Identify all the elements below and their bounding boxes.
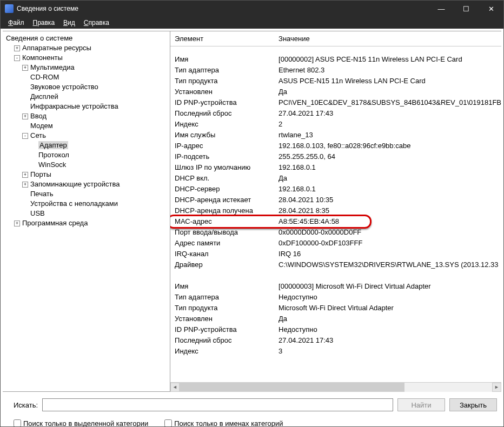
table-row[interactable]: Тип адаптераEthernet 802.3 [170,65,501,76]
table-row[interactable]: DHCP-аренда истекает28.04.2021 10:35 [170,195,501,205]
tree-cdrom[interactable]: CD-ROM [22,72,169,82]
cell-element: Имя [175,54,278,65]
tree-multimedia[interactable]: +Мультимедиа [22,63,169,72]
expand-icon[interactable]: + [22,182,28,188]
table-row[interactable]: Последний сброс27.04.2021 17:43 [170,335,501,346]
table-row[interactable]: IRQ-каналIRQ 16 [170,249,501,259]
scroll-right-icon[interactable]: ► [492,383,501,392]
table-row[interactable]: Имя[00000002] ASUS PCE-N15 11n Wireless … [170,54,501,65]
menu-help[interactable]: Справка [79,18,114,28]
cell-value: Да [278,86,501,97]
table-row[interactable]: Имя[00000003] Microsoft Wi-Fi Direct Vir… [170,281,501,292]
tree-root[interactable]: Сведения о системе +Аппаратные ресурсы -… [6,34,169,228]
tree-hardware-resources[interactable]: +Аппаратные ресурсы [14,43,169,53]
expand-icon[interactable]: + [22,172,28,178]
table-row[interactable]: Индекс2 [170,119,501,130]
maximize-button[interactable]: ☐ [454,1,479,17]
tree-winsock[interactable]: WinSock [30,160,169,170]
tree-print[interactable]: Печать [22,189,169,199]
table-row[interactable]: УстановленДа [170,86,501,97]
tree-adapter[interactable]: Адаптер [30,141,169,150]
grid-body[interactable]: Имя[00000002] ASUS PCE-N15 11n Wireless … [170,46,501,382]
table-row[interactable]: Индекс3 [170,346,501,357]
search-in-selected-category[interactable]: Поиск только в выделенной категории [14,419,148,428]
tree-network[interactable]: -Сеть Адаптер Протокол WinSock [22,131,169,170]
table-row[interactable]: ID PNP-устройстваНедоступно [170,324,501,335]
cell-element: IP-адрес [175,141,278,151]
expand-icon[interactable]: + [22,114,28,119]
cell-element: Установлен [175,86,278,97]
table-row[interactable]: УстановленДа [170,313,501,324]
cell-element: DHCP-аренда получена [175,205,278,216]
table-row[interactable]: ДрайверC:\WINDOWS\SYSTEM32\DRIVERS\RTWLA… [170,259,501,270]
expand-icon[interactable]: + [14,221,20,226]
table-row[interactable]: DHCP вкл.Да [170,173,501,184]
tree-ports[interactable]: +Порты [22,170,169,179]
table-row[interactable]: DHCP-сервер192.168.0.1 [170,184,501,195]
tree-problem[interactable]: Устройства с неполадками [22,199,169,209]
tree-protocol[interactable]: Протокол [30,150,169,160]
cell-value: 0xDF100000-0xDF103FFF [278,238,501,249]
cell-element: IRQ-канал [175,249,278,259]
cell-value: A8:5E:45:EB:4A:58 [278,216,501,227]
cell-value: [00000003] Microsoft Wi-Fi Direct Virtua… [278,281,501,292]
tree-modem[interactable]: Модем [22,121,169,131]
menu-file[interactable]: Файл [4,18,29,28]
close-button[interactable]: ✕ [479,1,503,17]
table-row[interactable]: IP-адрес192.168.0.103, fe80::a028:96cf:e… [170,141,501,151]
menu-edit[interactable]: Правка [29,18,59,28]
expand-icon[interactable]: + [22,65,28,71]
col-value[interactable]: Значение [274,31,314,46]
table-row[interactable]: Последний сброс27.04.2021 17:43 [170,108,501,119]
cell-element: Порт ввода/вывода [175,227,278,238]
cell-element: Шлюз IP по умолчанию [175,162,278,173]
tree-storage[interactable]: +Запоминающие устройства [22,179,169,189]
collapse-icon[interactable]: - [22,133,28,139]
cell-value: 255.255.255.0, 64 [278,151,501,162]
scroll-left-icon[interactable]: ◄ [170,383,180,392]
close-search-button[interactable]: Закрыть [449,398,497,411]
tree-usb[interactable]: USB [22,209,169,218]
table-row[interactable]: МАС-адресA8:5E:45:EB:4A:58 [170,216,501,227]
col-element[interactable]: Элемент [170,31,274,46]
table-row[interactable]: Адрес памяти0xDF100000-0xDF103FFF [170,238,501,249]
cell-element: Установлен [175,313,278,324]
search-in-category-names[interactable]: Поиск только в именах категорий [164,419,283,428]
menu-view[interactable]: Вид [59,18,79,28]
expand-icon[interactable]: + [14,45,20,51]
table-row[interactable]: Шлюз IP по умолчанию192.168.0.1 [170,162,501,173]
cell-element: Тип адаптера [175,292,278,303]
table-row[interactable]: Тип продуктаASUS PCE-N15 11n Wireless LA… [170,76,501,86]
search-input[interactable] [42,398,393,411]
tree-display[interactable]: Дисплей [22,92,169,102]
cell-value: IRQ 16 [278,249,501,259]
search-in-selected-checkbox[interactable] [14,419,21,427]
tree-components[interactable]: -Компоненты +Мультимедиа CD-ROM Звуковое… [14,53,169,218]
table-row[interactable]: Тип продуктаMicrosoft Wi-Fi Direct Virtu… [170,303,501,313]
collapse-icon[interactable]: - [14,55,20,61]
cell-value: Недоступно [278,324,501,335]
find-button[interactable]: Найти [397,398,445,411]
tree-sound[interactable]: Звуковое устройство [22,82,169,92]
search-options: Поиск только в выделенной категории Поис… [1,416,503,427]
cell-value: rtwlane_13 [278,130,501,141]
search-in-names-checkbox[interactable] [164,419,172,427]
table-row[interactable]: IP-подсеть255.255.255.0, 64 [170,151,501,162]
tree-input[interactable]: +Ввод [22,111,169,121]
cell-value: PCI\VEN_10EC&DEV_8178&SUBSYS_84B61043&RE… [278,97,501,108]
cell-element: DHCP вкл. [175,173,278,184]
minimize-button[interactable]: — [429,1,454,17]
table-row[interactable]: Порт ввода/вывода0x0000D000-0x0000D0FF [170,227,501,238]
cell-element: Тип продукта [175,303,278,313]
category-tree[interactable]: Сведения о системе +Аппаратные ресурсы -… [3,31,170,391]
tree-software-env[interactable]: +Программная среда [14,218,169,228]
cell-element: Индекс [175,119,278,130]
search-label: Искать: [14,401,38,409]
scroll-thumb[interactable] [180,383,404,392]
tree-infrared[interactable]: Инфракрасные устройства [22,102,169,111]
table-row[interactable]: DHCP-аренда получена28.04.2021 8:35 [170,205,501,216]
horizontal-scrollbar[interactable]: ◄ ► [170,382,501,391]
table-row[interactable]: Имя службыrtwlane_13 [170,130,501,141]
table-row[interactable]: Тип адаптераНедоступно [170,292,501,303]
table-row[interactable]: ID PNP-устройстваPCI\VEN_10EC&DEV_8178&S… [170,97,501,108]
